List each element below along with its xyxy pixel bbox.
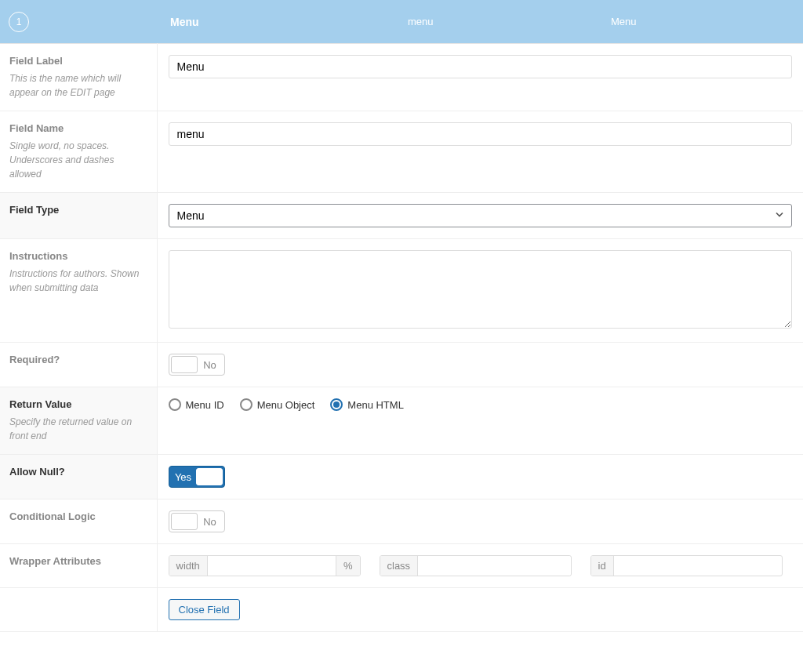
wrapper-width-group: width % [169,555,361,576]
required-toggle[interactable]: No [169,354,225,376]
wrapper-width-prefix: width [169,556,208,576]
wrapper-attributes-label: Wrapper Attributes [9,555,101,567]
field-type-label: Field Type [9,204,59,216]
conditional-logic-label: Conditional Logic [9,510,96,522]
order-circle: 1 [9,12,29,32]
return-value-option-object[interactable]: Menu Object [240,398,315,411]
return-value-option-html-label: Menu HTML [347,399,404,411]
field-order: 1 [9,12,29,32]
close-spacer [0,588,157,632]
return-value-radio-group: Menu ID Menu Object Menu HTML [169,398,793,411]
field-name-input[interactable] [169,122,793,146]
order-number: 1 [16,16,22,27]
field-type-select[interactable]: Menu [169,204,793,227]
required-toggle-text: No [198,359,223,371]
return-value-desc: Specify the returned value on front end [9,415,147,443]
wrapper-width-input[interactable] [208,556,336,576]
wrapper-id-group: id [590,555,783,576]
return-value-label: Return Value [9,398,71,410]
toggle-knob [171,356,198,373]
wrapper-width-suffix: % [336,556,360,576]
field-label-desc: This is the name which will appear on th… [9,71,147,100]
header-field-label: Menu [170,16,199,28]
close-field-button[interactable]: Close Field [169,599,240,620]
header-field-name: menu [408,16,434,27]
toggle-knob [196,468,223,485]
radio-icon-selected [330,398,343,411]
field-header-row[interactable]: 1 Menu menu Menu [0,0,803,43]
wrapper-class-prefix: class [380,556,419,576]
field-label-input[interactable] [169,55,793,78]
wrapper-attributes-group: width % class id [169,555,793,576]
wrapper-id-prefix: id [591,556,614,576]
wrapper-id-input[interactable] [614,556,779,576]
allow-null-label: Allow Null? [9,466,65,478]
allow-null-toggle[interactable]: Yes [169,466,225,488]
radio-icon [240,398,253,411]
instructions-label: Instructions [9,250,67,262]
required-label: Required? [9,354,60,365]
field-settings-table: Field Label This is the name which will … [0,43,803,632]
instructions-desc: Instructions for authors. Shown when sub… [9,267,147,295]
wrapper-class-group: class [380,555,572,576]
field-name-desc: Single word, no spaces. Underscores and … [9,139,147,181]
conditional-logic-toggle-text: No [198,516,223,528]
allow-null-toggle-text: Yes [171,471,196,483]
wrapper-class-input[interactable] [418,556,570,576]
field-label-label: Field Label [9,55,63,67]
instructions-textarea[interactable] [169,250,793,329]
toggle-knob [171,513,198,530]
return-value-option-id[interactable]: Menu ID [169,398,224,411]
field-name-label: Field Name [9,122,64,134]
header-field-type: Menu [611,16,637,27]
radio-icon [169,398,181,411]
return-value-option-object-label: Menu Object [257,399,315,411]
conditional-logic-toggle[interactable]: No [169,510,225,532]
return-value-option-id-label: Menu ID [186,399,224,411]
return-value-option-html[interactable]: Menu HTML [330,398,404,411]
